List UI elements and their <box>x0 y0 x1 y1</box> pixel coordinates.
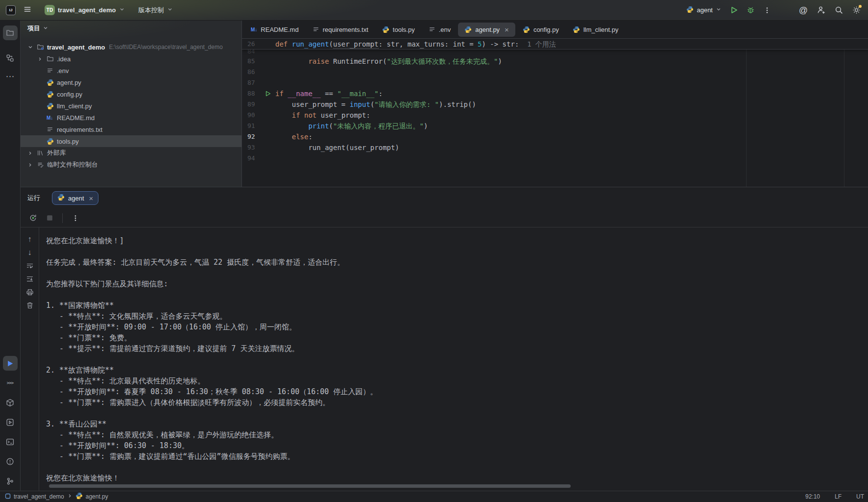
rerun-button[interactable] <box>26 212 39 225</box>
console-line: 祝您在北京旅途愉快！ <box>46 473 868 483</box>
code-line-94: 94 <box>242 153 868 164</box>
tree-item-llm_client.py[interactable]: llm_client.py <box>21 100 241 112</box>
tree-item-tools.py[interactable]: tools.py <box>21 135 241 147</box>
tab-requirements.txt[interactable]: requirements.txt <box>306 23 375 37</box>
tab-.env[interactable]: .env <box>422 23 458 37</box>
run-toolbar <box>21 209 868 227</box>
caret-position[interactable]: 92:10 <box>803 492 822 501</box>
tree-item-.idea[interactable]: .idea <box>21 53 241 65</box>
code-with-me-button[interactable] <box>814 3 828 17</box>
close-icon[interactable]: × <box>505 26 509 33</box>
more-tool-windows-button[interactable]: ⋯ <box>3 69 18 84</box>
python-icon <box>47 102 57 110</box>
token: ) <box>498 57 502 65</box>
gutter-slot <box>260 121 275 131</box>
clear-all-button[interactable] <box>24 301 36 310</box>
ai-assistant-button[interactable]: @ <box>796 3 810 17</box>
search-everywhere-button[interactable] <box>832 3 845 17</box>
run-configuration-selector[interactable]: agent <box>683 4 725 17</box>
run-tab-agent[interactable]: agent × <box>52 191 98 205</box>
project-tool-button[interactable] <box>3 25 18 40</box>
run-config-group: agent <box>683 3 774 17</box>
close-icon[interactable]: × <box>89 195 94 202</box>
scroll-to-end-button[interactable] <box>24 274 36 284</box>
python-icon <box>47 91 57 98</box>
file-encoding[interactable]: UT <box>854 492 866 501</box>
tree-item-agent.py[interactable]: agent.py <box>21 76 241 88</box>
more-options[interactable] <box>69 212 82 225</box>
status-project-name: travel_agent_demo <box>14 493 64 500</box>
tab-README.md[interactable]: M↓README.md <box>244 23 305 37</box>
more-tool-windows-icon: ⋯ <box>6 72 15 81</box>
window-icon <box>5 493 11 501</box>
chevron-down-icon <box>167 6 173 14</box>
chevron-down-icon[interactable] <box>27 44 37 50</box>
console-line: - **特点**: 北京最具代表性的历史地标。 <box>46 376 868 386</box>
run-tool-button[interactable] <box>3 356 18 371</box>
print-button[interactable] <box>24 287 36 297</box>
tree-item-README.md[interactable]: M↓README.md <box>21 112 241 124</box>
debug-button[interactable] <box>744 3 757 17</box>
soft-wrap-button[interactable] <box>24 261 36 271</box>
tree-item-label: 临时文件和控制台 <box>47 160 98 169</box>
problems-tool-button[interactable] <box>3 454 18 469</box>
console-lines: 祝您在北京旅途愉快！]任务完成，最终答案: 北京目前天气为多云，气温 22 摄氏… <box>46 235 868 483</box>
terminal-tool-button[interactable] <box>3 434 18 449</box>
tab-llm_client.py[interactable]: llm_client.py <box>566 23 625 37</box>
python-packages-tool-button[interactable] <box>3 395 18 410</box>
tab-tools.py[interactable]: tools.py <box>376 23 421 37</box>
folder-icon <box>47 55 57 62</box>
tree-item-外部库[interactable]: 外部库 <box>21 147 241 159</box>
main-menu-button[interactable] <box>21 3 34 17</box>
tab-label: agent.py <box>475 26 500 33</box>
console-line <box>46 289 868 300</box>
project-panel-header[interactable]: 项目 <box>21 21 241 36</box>
python-console-tool-button[interactable]: >>> <box>3 376 18 390</box>
chevron-right-icon[interactable] <box>37 56 47 62</box>
services-tool-icon <box>6 418 14 427</box>
tree-item-requirements.txt[interactable]: requirements.txt <box>21 124 241 135</box>
project-widget[interactable]: TD travel_agent_demo <box>41 3 128 17</box>
services-tool-button[interactable] <box>3 415 18 429</box>
token: == <box>321 90 338 98</box>
text-file-icon <box>429 26 435 33</box>
tree-item-.env[interactable]: .env <box>21 65 241 76</box>
scroll-down-button[interactable]: ↓ <box>24 248 36 257</box>
token: def <box>275 40 292 48</box>
console-output[interactable]: 祝您在北京旅途愉快！]任务完成，最终答案: 北京目前天气为多云，气温 22 摄氏… <box>39 227 868 491</box>
token: user_prompt: <box>321 111 370 119</box>
console-left-toolbar: ↑↓ <box>21 227 39 491</box>
tab-agent.py[interactable]: agent.py× <box>458 23 515 37</box>
token: run_agent(user_prompt) <box>275 144 399 151</box>
left-stripe-bottom: >>> <box>0 356 20 488</box>
horizontal-scrollbar[interactable] <box>49 484 571 488</box>
python-icon <box>573 26 580 33</box>
scroll-up-button[interactable]: ↑ <box>24 234 36 244</box>
run-line-icon[interactable] <box>260 88 275 99</box>
code-text: def run_agent(user_prompt: str, max_turn… <box>275 39 868 50</box>
version-control-tool-icon <box>6 477 14 485</box>
structure-tool-button[interactable] <box>3 50 18 65</box>
project-avatar: TD <box>45 5 55 15</box>
structure-tool-icon <box>6 54 14 62</box>
version-control-tool-button[interactable] <box>3 474 18 488</box>
token <box>275 122 308 130</box>
tree-item-travel_agent_demo[interactable]: travel_agent_demoE:\soft\IDEA\workspace\… <box>21 41 241 53</box>
chevron-down-icon <box>119 6 125 14</box>
chevron-right-icon[interactable] <box>27 162 37 168</box>
chevron-right-icon[interactable] <box>27 151 37 156</box>
settings-button[interactable] <box>849 3 863 17</box>
vcs-widget[interactable]: 版本控制 <box>135 4 176 17</box>
tree-item-临时文件和控制台[interactable]: 临时文件和控制台 <box>21 159 241 171</box>
tab-config.py[interactable]: config.py <box>516 23 565 37</box>
more-run-options[interactable] <box>760 3 774 17</box>
tree-item-config.py[interactable]: config.py <box>21 88 241 100</box>
clear-all-icon <box>26 301 34 309</box>
gutter-slot <box>260 56 275 67</box>
status-breadcrumb[interactable]: travel_agent_demo agent.py <box>5 492 108 501</box>
python-icon <box>464 26 472 33</box>
run-button[interactable] <box>727 3 741 17</box>
code-editor[interactable]: 26def run_agent(user_prompt: str, max_tu… <box>242 39 868 187</box>
tree-item-label: .env <box>57 67 69 75</box>
line-separator[interactable]: LF <box>833 492 844 501</box>
